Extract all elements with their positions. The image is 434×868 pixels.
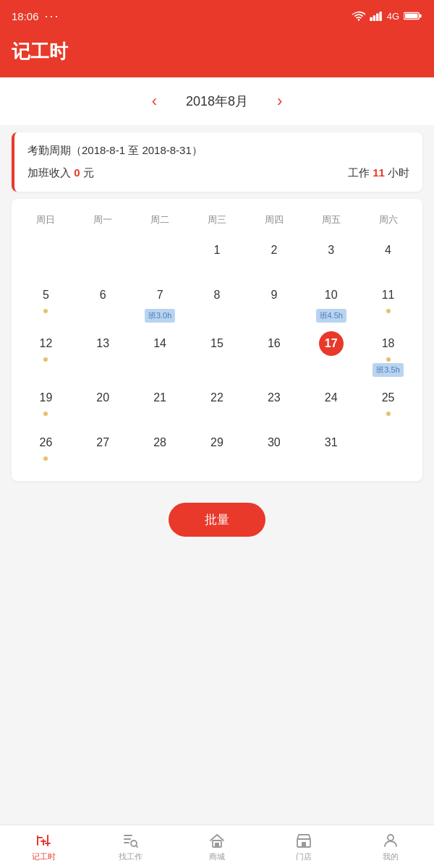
person-icon: [382, 832, 399, 849]
nav-item-mall[interactable]: 商城: [174, 825, 260, 868]
search-list-icon: [122, 832, 139, 849]
calendar-cell[interactable]: 2: [245, 234, 302, 278]
svg-rect-6: [405, 14, 418, 19]
calendar-cell[interactable]: 29: [189, 426, 246, 471]
calendar-date: 17: [319, 331, 344, 356]
calendar-cell: [359, 426, 417, 471]
day-header: 周四: [245, 209, 302, 231]
calendar-cell[interactable]: 28: [132, 426, 189, 471]
svg-rect-10: [41, 841, 46, 842]
calendar-cell[interactable]: 31: [302, 426, 359, 471]
day-header: 周六: [359, 209, 417, 231]
nav-item-profile[interactable]: 我的: [347, 825, 434, 868]
calendar-dot: [43, 357, 48, 362]
batch-button[interactable]: 批量: [169, 503, 265, 537]
nav-label-mall: 商城: [209, 851, 225, 862]
calendar-dot: [386, 309, 391, 313]
calendar-cell[interactable]: 10班4.5h: [302, 278, 359, 327]
svg-rect-1: [373, 15, 375, 21]
attendance-info-card: 考勤周期（2018-8-1 至 2018-8-31） 加班收入 0 元 工作 1…: [12, 132, 422, 192]
calendar-cell[interactable]: 30: [245, 426, 302, 471]
calendar-cell[interactable]: 19: [17, 381, 75, 426]
calendar-cell[interactable]: 20: [75, 381, 132, 426]
nav-item-store[interactable]: 门店: [260, 825, 347, 868]
calendar-cell[interactable]: 7班3.0h: [132, 278, 189, 327]
calendar-dot: [43, 309, 48, 313]
nav-item-zhaowork[interactable]: 找工作: [87, 825, 174, 868]
calendar-cell[interactable]: 12: [17, 327, 75, 381]
calendar-date: 13: [90, 331, 115, 356]
attendance-period: 考勤周期（2018-8-1 至 2018-8-31）: [27, 144, 409, 158]
calendar-cell[interactable]: 24: [302, 381, 359, 426]
calendar-date: 6: [90, 283, 115, 307]
calendar-cell[interactable]: 23: [245, 381, 302, 426]
calendar-cell[interactable]: 17: [302, 327, 359, 381]
prev-month-button[interactable]: ‹: [145, 89, 164, 114]
calendar-date: 23: [262, 386, 286, 410]
calendar-cell[interactable]: 9: [245, 278, 302, 327]
calendar-date: 28: [148, 430, 172, 455]
calendar-date: 4: [376, 238, 401, 263]
home-icon: [208, 832, 226, 849]
calendar-cell[interactable]: 3: [302, 234, 359, 278]
calendar-cell[interactable]: 1: [189, 234, 246, 278]
nav-item-jigongshi[interactable]: 记工时: [0, 825, 87, 868]
next-month-button[interactable]: ›: [270, 89, 289, 114]
info-row: 加班收入 0 元 工作 11 小时: [27, 166, 409, 180]
page-title: 记工时: [12, 39, 422, 64]
calendar-grid: 1234567班3.0h8910班4.5h1112131415161718班3.…: [17, 234, 417, 471]
calendar-date: 26: [33, 430, 58, 455]
nav-label-jigongshi: 记工时: [32, 851, 56, 862]
day-header: 周五: [302, 209, 359, 231]
status-dots: ···: [45, 9, 60, 24]
svg-point-23: [388, 835, 393, 841]
calendar-date: 27: [90, 430, 115, 455]
calendar-cell[interactable]: 16: [245, 327, 302, 381]
battery-icon: [404, 11, 422, 21]
calendar-cell[interactable]: 4: [359, 234, 417, 278]
svg-rect-8: [37, 837, 43, 838]
calendar-cell[interactable]: 11: [359, 278, 417, 327]
day-header: 周一: [75, 209, 132, 231]
calendar-dot: [43, 456, 48, 461]
calendar-cell[interactable]: 6: [75, 278, 132, 327]
calendar-cell[interactable]: 18班3.5h: [359, 327, 417, 381]
nav-label-store: 门店: [296, 851, 312, 862]
calendar-dot: [386, 357, 391, 362]
svg-rect-5: [420, 14, 422, 18]
sliders-icon: [35, 832, 52, 849]
calendar-cell[interactable]: 21: [132, 381, 189, 426]
calendar-badge: 班3.5h: [373, 363, 403, 377]
calendar-dot: [386, 412, 391, 416]
calendar-cell[interactable]: 15: [189, 327, 246, 381]
bottom-nav: 记工时 找工作 商城 门店 我的: [0, 825, 434, 868]
calendar-cell[interactable]: 13: [75, 327, 132, 381]
calendar-date: 5: [33, 283, 58, 307]
calendar-badge: 班4.5h: [316, 309, 346, 323]
calendar-cell[interactable]: 25: [359, 381, 417, 426]
calendar-date: 29: [205, 430, 229, 455]
calendar-date: 10: [319, 283, 344, 307]
calendar-cell[interactable]: 26: [17, 426, 75, 471]
network-label: 4G: [387, 11, 399, 22]
wifi-icon: [352, 11, 365, 21]
month-navigation: ‹ 2018年8月 ›: [0, 77, 434, 125]
calendar-date: 3: [319, 238, 344, 263]
calendar-cell[interactable]: 5: [17, 278, 75, 327]
calendar-date: 14: [148, 331, 172, 356]
calendar-date: 12: [33, 331, 58, 356]
svg-rect-19: [215, 843, 219, 847]
calendar-cell[interactable]: 8: [189, 278, 246, 327]
day-header: 周三: [189, 209, 246, 231]
calendar-cell[interactable]: 22: [189, 381, 246, 426]
day-header: 周二: [132, 209, 189, 231]
income-value: 0: [74, 166, 80, 179]
calendar-date: 2: [262, 238, 286, 263]
calendar-cell[interactable]: 14: [132, 327, 189, 381]
calendar-date: 31: [319, 430, 344, 455]
status-icons: 4G: [352, 11, 422, 22]
calendar-date: 15: [205, 331, 229, 356]
calendar-date: 11: [376, 283, 401, 307]
calendar: 周日周一周二周三周四周五周六 1234567班3.0h8910班4.5h1112…: [12, 199, 422, 481]
calendar-cell[interactable]: 27: [75, 426, 132, 471]
